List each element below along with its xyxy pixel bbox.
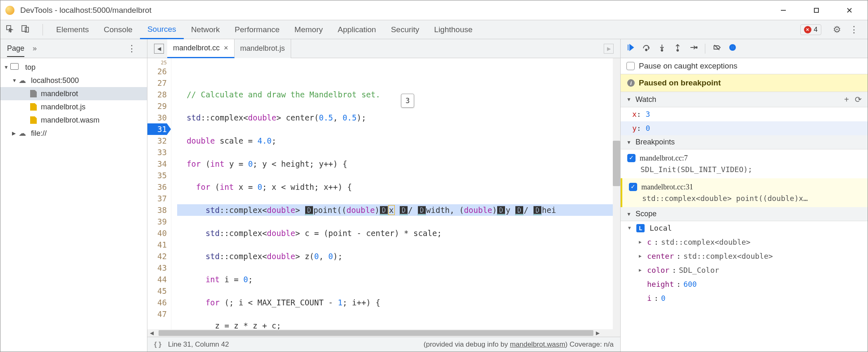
tab-application[interactable]: Application xyxy=(330,20,384,39)
scope-variable[interactable]: ▶i: 0 xyxy=(621,291,868,305)
paused-banner: i Paused on breakpoint xyxy=(621,74,868,92)
breakpoint-item-active[interactable]: ✓ mandelbrot.cc:31 std::complex<double> … xyxy=(621,178,868,207)
svg-point-7 xyxy=(645,49,647,51)
watch-title: Watch xyxy=(636,95,656,104)
more-menu-icon[interactable]: ⋮ xyxy=(849,24,859,35)
close-tab-icon[interactable]: × xyxy=(224,44,228,52)
app-logo-icon xyxy=(5,6,14,15)
nav-back-icon[interactable]: ◀ xyxy=(154,44,164,54)
editor-area: ◀ mandelbrot.cc × mandelbrot.js ▶ 25 262… xyxy=(147,39,621,352)
watch-item[interactable]: y: 0 xyxy=(621,121,868,135)
collapse-arrow-icon[interactable]: ▼ xyxy=(626,211,633,217)
tab-performance[interactable]: Performance xyxy=(227,20,287,39)
scope-local[interactable]: ▼ L Local xyxy=(621,221,868,235)
scope-section-header[interactable]: ▼ Scope xyxy=(621,207,868,221)
tree-label: mandelbrot.wasm xyxy=(41,116,100,125)
scope-variable[interactable]: ▶height: 600 xyxy=(621,277,868,291)
window-titlebar: DevTools - localhost:5000/mandelbrot xyxy=(0,0,868,20)
deactivate-breakpoints-button[interactable] xyxy=(713,43,721,54)
tree-file[interactable]: mandelbrot.wasm xyxy=(0,113,147,127)
debug-info-text: (provided via debug info by mandelbrot.w… xyxy=(424,340,614,349)
more-tabs-icon[interactable]: » xyxy=(33,44,37,53)
checkbox-icon[interactable] xyxy=(626,62,635,70)
vertical-scrollbar[interactable] xyxy=(613,58,620,329)
expand-arrow-icon[interactable]: ▼ xyxy=(4,64,10,70)
line-gutter[interactable]: 25 2627282930 31 32333435363738394041424… xyxy=(147,58,171,329)
pause-on-caught-checkbox[interactable]: Pause on caught exceptions xyxy=(621,58,868,74)
file-tab-active[interactable]: mandelbrot.cc × xyxy=(167,39,235,58)
code-content[interactable]: // Calculate and draw the Mandelbrot set… xyxy=(171,58,613,329)
tab-elements[interactable]: Elements xyxy=(49,20,96,39)
inspect-element-icon[interactable] xyxy=(5,24,14,35)
debug-info-link[interactable]: mandelbrot.wasm xyxy=(510,340,565,348)
tab-network[interactable]: Network xyxy=(184,20,228,39)
step-over-button[interactable] xyxy=(642,43,650,54)
pretty-print-icon[interactable]: { } xyxy=(154,340,161,349)
debugger-pane: Pause on caught exceptions i Paused on b… xyxy=(621,39,868,352)
pause-on-exceptions-button[interactable] xyxy=(728,43,737,54)
breakpoint-marker[interactable]: 31 xyxy=(147,123,167,135)
tree-file[interactable]: mandelbrot.js xyxy=(0,100,147,113)
breakpoints-section-header[interactable]: ▼ Breakpoints xyxy=(621,135,868,149)
minimize-button[interactable] xyxy=(775,2,792,19)
close-window-button[interactable] xyxy=(841,2,858,19)
document-icon xyxy=(30,90,37,97)
tab-security[interactable]: Security xyxy=(384,20,427,39)
tree-origin[interactable]: ▼ localhost:5000 xyxy=(0,74,147,87)
tab-console[interactable]: Console xyxy=(96,20,140,39)
expand-arrow-icon[interactable]: ▶ xyxy=(12,130,19,136)
refresh-watch-icon[interactable]: ⟳ xyxy=(855,94,862,104)
navigator-sidebar: Page » ⋮ ▼ top ▼ localhost:5000 mandelbr… xyxy=(0,39,147,352)
window-title: DevTools - localhost:5000/mandelbrot xyxy=(20,6,775,15)
file-tab[interactable]: mandelbrot.js xyxy=(235,39,291,58)
debug-toolbar xyxy=(621,39,868,58)
scope-variable[interactable]: ▶c: std::complex<double> xyxy=(621,235,868,249)
nav-forward-icon[interactable]: ▶ xyxy=(604,44,614,54)
svg-rect-14 xyxy=(733,46,734,49)
tab-memory[interactable]: Memory xyxy=(287,20,330,39)
tab-sources[interactable]: Sources xyxy=(140,20,184,39)
collapse-arrow-icon[interactable]: ▼ xyxy=(626,97,633,102)
step-out-button[interactable] xyxy=(674,43,682,54)
resume-button[interactable] xyxy=(626,43,635,54)
cursor-position: Line 31, Column 42 xyxy=(168,340,229,349)
tree-top[interactable]: ▼ top xyxy=(0,61,147,74)
step-into-button[interactable] xyxy=(658,43,666,54)
separator xyxy=(705,44,705,54)
settings-gear-icon[interactable]: ⚙ xyxy=(833,24,841,35)
maximize-button[interactable] xyxy=(808,2,825,19)
collapse-arrow-icon[interactable]: ▼ xyxy=(626,139,633,145)
add-watch-icon[interactable]: + xyxy=(844,95,849,104)
expand-arrow-icon[interactable]: ▼ xyxy=(12,78,19,83)
checkbox-checked-icon[interactable]: ✓ xyxy=(629,183,637,191)
device-toolbar-icon[interactable] xyxy=(21,24,29,35)
tree-file-scheme[interactable]: ▶ file:// xyxy=(0,127,147,140)
scroll-thumb[interactable] xyxy=(613,141,620,186)
horizontal-scrollbar[interactable]: ◀ ▶ xyxy=(147,329,620,337)
svg-rect-13 xyxy=(731,46,732,49)
hover-tooltip: 3 xyxy=(401,94,414,108)
sidebar-menu-icon[interactable]: ⋮ xyxy=(127,43,136,54)
file-tree: ▼ top ▼ localhost:5000 mandelbrot mandel… xyxy=(0,58,147,142)
code-editor[interactable]: 25 2627282930 31 32333435363738394041424… xyxy=(147,58,620,329)
breakpoint-code: std::complex<double> point((double)x… xyxy=(629,193,861,204)
watch-item[interactable]: x: 3 xyxy=(621,107,868,121)
scope-variable[interactable]: ▶color: SDL_Color xyxy=(621,263,868,277)
error-count-badge[interactable]: × 4 xyxy=(800,24,821,35)
checkbox-checked-icon[interactable]: ✓ xyxy=(627,154,636,162)
page-tab[interactable]: Page xyxy=(7,40,24,57)
collapse-arrow-icon[interactable]: ▼ xyxy=(628,223,634,234)
breakpoint-item[interactable]: ✓ mandelbrot.cc:7 SDL_Init(SDL_INIT_VIDE… xyxy=(621,149,868,178)
file-tab-label: mandelbrot.cc xyxy=(173,44,220,52)
watch-section-header[interactable]: ▼ Watch + ⟳ xyxy=(621,92,868,107)
tree-label: mandelbrot xyxy=(41,90,78,98)
status-bar: { } Line 31, Column 42 (provided via deb… xyxy=(147,337,620,352)
breakpoint-code: SDL_Init(SDL_INIT_VIDEO); xyxy=(627,164,861,175)
editor-tabs: ◀ mandelbrot.cc × mandelbrot.js ▶ xyxy=(147,39,620,58)
scope-variable[interactable]: ▶center: std::complex<double> xyxy=(621,249,868,263)
tab-lighthouse[interactable]: Lighthouse xyxy=(427,20,480,39)
scroll-thumb[interactable] xyxy=(159,330,593,336)
svg-rect-1 xyxy=(814,8,818,12)
step-button[interactable] xyxy=(689,43,697,54)
tree-file[interactable]: mandelbrot xyxy=(0,87,147,100)
